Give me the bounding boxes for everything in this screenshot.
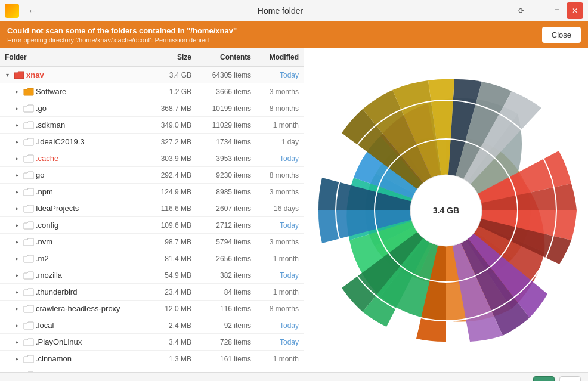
file-modified: 1 month (256, 353, 304, 365)
table-row[interactable]: ▸ .IdeaIC2019.3 327.2 MB 1734 items 1 da… (0, 134, 304, 150)
expand-arrow[interactable]: ▸ (12, 337, 21, 347)
file-name-cell: ▸ .cinnamon (0, 352, 143, 365)
file-modified: 8 months (256, 103, 304, 114)
file-name: Software (36, 87, 66, 96)
titlebar: ← Home folder ⟳ — □ ✕ (0, 0, 588, 21)
file-contents: 3953 items (196, 153, 256, 165)
file-name-cell: ▸ .IdeaIC2019.3 (0, 135, 143, 148)
file-name-cell: ▸ .PlayOnLinux (0, 336, 143, 349)
view-toggle-button[interactable]: ▦ (559, 376, 581, 382)
folder-icon (23, 287, 35, 297)
file-name: go (36, 171, 44, 179)
expand-arrow[interactable]: ▸ (12, 187, 21, 197)
file-contents: 116 items (196, 303, 256, 315)
file-name-cell: ▸ crawlera-headless-proxy (0, 302, 143, 315)
expand-arrow[interactable]: ▾ (2, 70, 12, 80)
folder-icon (23, 137, 35, 147)
expand-arrow[interactable]: ▸ (12, 371, 21, 373)
file-name-cell: ▾ xnav (0, 69, 143, 82)
error-title: Could not scan some of the folders conta… (7, 26, 237, 35)
folder-icon (23, 87, 35, 97)
file-name-cell: ▸ .local (0, 319, 143, 332)
folder-icon (23, 104, 35, 113)
main-content: Folder Size Contents Modified ▾ xnav 3.4… (0, 48, 588, 372)
table-row[interactable]: ▸ .cache 303.9 MB 3953 items Today (0, 150, 304, 167)
error-banner: Could not scan some of the folders conta… (0, 21, 588, 48)
file-contents: 8985 items (196, 186, 256, 198)
disk-chart: 3.4 GB (309, 73, 583, 348)
file-contents: 382 items (196, 270, 256, 281)
expand-arrow[interactable]: ▸ (12, 304, 21, 314)
table-row[interactable]: ▸ .sdkman 349.0 MB 11029 items 1 month (0, 117, 304, 134)
expand-arrow[interactable]: ▸ (12, 287, 21, 297)
folder-icon (23, 154, 35, 163)
file-contents: 728 items (196, 336, 256, 348)
expand-arrow[interactable]: ▸ (12, 321, 21, 330)
table-row[interactable]: ▾ xnav 3.4 GB 64305 items Today (0, 67, 304, 83)
expand-arrow[interactable]: ▸ (12, 120, 21, 130)
app-logo (5, 4, 19, 18)
expand-arrow[interactable]: ▸ (12, 354, 21, 364)
file-modified: 8 months (256, 169, 304, 181)
file-name: .cinnamon (36, 354, 72, 363)
table-row[interactable]: ▸ go 292.4 MB 9230 items 8 months (0, 167, 304, 184)
file-contents: 2712 items (196, 219, 256, 231)
table-row[interactable]: ▸ .go 368.7 MB 10199 items 8 months (0, 100, 304, 117)
file-modified: 1 month (256, 286, 304, 298)
file-name: .npm (36, 187, 53, 196)
expand-arrow[interactable]: ▸ (12, 271, 21, 280)
expand-arrow[interactable]: ▸ (12, 254, 21, 264)
folder-icon (23, 204, 35, 213)
table-row[interactable]: ▸ .config 109.6 MB 2712 items Today (0, 217, 304, 234)
file-name: .m2 (36, 254, 49, 263)
export-button[interactable]: ⬇ (533, 376, 555, 382)
maximize-button[interactable]: □ (549, 2, 565, 19)
table-row[interactable]: ▸ .cinnamon 1.3 MB 161 items 1 month (0, 351, 304, 367)
file-contents: 84 items (196, 286, 256, 298)
table-row[interactable]: ▸ .gem 909.3 kB 11 items 6 months (0, 367, 304, 372)
file-contents: 2656 items (196, 253, 256, 265)
expand-arrow[interactable]: ▸ (12, 237, 21, 247)
file-name-cell: ▸ IdeaProjects (0, 202, 143, 215)
table-row[interactable]: ▸ .PlayOnLinux 3.4 MB 728 items Today (0, 334, 304, 351)
folder-icon (23, 337, 35, 347)
table-row[interactable]: ▸ .nvm 98.7 MB 5794 items 3 months (0, 234, 304, 250)
expand-arrow[interactable]: ▸ (12, 154, 21, 163)
table-row[interactable]: ▸ .mozilla 54.9 MB 382 items Today (0, 267, 304, 284)
folder-icon (23, 237, 35, 247)
minimize-button[interactable]: — (531, 2, 547, 19)
error-close-button[interactable]: Close (542, 27, 581, 43)
folder-icon (23, 171, 35, 180)
table-row[interactable]: ▸ .thunderbird 23.4 MB 84 items 1 month (0, 284, 304, 301)
file-contents: 9230 items (196, 169, 256, 181)
file-size: 292.4 MB (143, 169, 196, 181)
file-name-cell: ▸ .nvm (0, 236, 143, 249)
file-contents: 3666 items (196, 86, 256, 98)
back-button[interactable]: ← (24, 2, 41, 19)
folder-icon (23, 321, 35, 330)
expand-arrow[interactable]: ▸ (12, 87, 21, 97)
table-row[interactable]: ▸ .local 2.4 MB 92 items Today (0, 317, 304, 334)
file-name-cell: ▸ go (0, 169, 143, 182)
table-row[interactable]: ▸ .m2 81.4 MB 2656 items 1 month (0, 250, 304, 267)
file-name: .go (36, 104, 47, 113)
expand-arrow[interactable]: ▸ (12, 204, 21, 213)
table-row[interactable]: ▸ .npm 124.9 MB 8985 items 3 months (0, 184, 304, 200)
table-row[interactable]: ▸ Software 1.2 GB 3666 items 3 months (0, 83, 304, 100)
table-row[interactable]: ▸ IdeaProjects 116.6 MB 2607 items 16 da… (0, 200, 304, 217)
table-row[interactable]: ▸ crawlera-headless-proxy 12.0 MB 116 it… (0, 301, 304, 317)
expand-arrow[interactable]: ▸ (12, 221, 21, 230)
close-button[interactable]: ✕ (567, 2, 583, 19)
file-name: .cache (36, 154, 58, 163)
file-size: 303.9 MB (143, 153, 196, 165)
disk-pane: 3.4 GB (304, 48, 588, 372)
expand-arrow[interactable]: ▸ (12, 137, 21, 147)
file-name: .sdkman (36, 120, 65, 129)
file-modified: 1 day (256, 136, 304, 148)
folder-icon (23, 271, 35, 280)
expand-arrow[interactable]: ▸ (12, 171, 21, 180)
file-name-cell: ▸ .gem (0, 369, 143, 373)
file-modified: Today (256, 69, 304, 81)
refresh-button[interactable]: ⟳ (513, 2, 530, 19)
expand-arrow[interactable]: ▸ (12, 104, 21, 113)
